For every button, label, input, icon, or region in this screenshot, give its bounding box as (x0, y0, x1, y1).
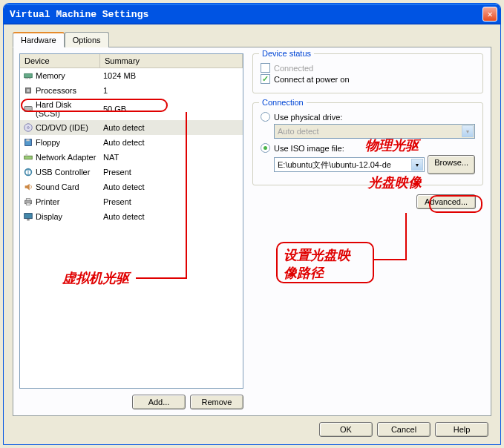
settings-window: Virtual Machine Settings ✕ Hardware Opti… (3, 3, 501, 445)
help-button[interactable]: Help (435, 422, 488, 437)
connect-poweron-row[interactable]: Connect at power on (261, 74, 475, 84)
cpu-icon (23, 85, 33, 96)
row-printer[interactable]: Printer Present (20, 194, 243, 209)
content-area: Hardware Options Device Summary Memory 1… (4, 24, 500, 444)
row-label: USB Controller (36, 168, 90, 177)
svg-rect-8 (24, 107, 33, 112)
svg-rect-14 (24, 156, 33, 159)
connect-poweron-label: Connect at power on (274, 75, 350, 84)
row-summary: Auto detect (100, 182, 243, 192)
svg-rect-13 (26, 139, 29, 142)
iso-path-dropdown[interactable]: E:\ubuntu文件\ubuntu-12.04-de ▾ (274, 157, 425, 172)
connected-checkbox (261, 63, 270, 73)
tab-hardware[interactable]: Hardware (13, 32, 65, 47)
device-status-group: Device status Connected Connect at power… (252, 53, 483, 93)
row-floppy[interactable]: Floppy Auto detect (20, 135, 243, 150)
row-label: Processors (36, 86, 76, 95)
connect-poweron-checkbox[interactable] (261, 74, 270, 84)
disk-icon (23, 104, 33, 114)
network-icon (23, 152, 33, 162)
svg-rect-15 (26, 154, 28, 157)
row-usb[interactable]: USB Controller Present (20, 165, 243, 179)
physical-drive-value: Auto detect (278, 127, 319, 136)
row-label: Sound Card (36, 182, 79, 191)
use-iso-radio[interactable] (261, 143, 270, 153)
svg-rect-18 (26, 199, 30, 201)
row-label: CD/DVD (IDE) (36, 123, 88, 132)
printer-icon (23, 197, 33, 207)
connection-legend: Connection (259, 98, 307, 107)
tab-options[interactable]: Options (65, 32, 109, 47)
row-cddvd[interactable]: CD/DVD (IDE) Auto detect (20, 120, 243, 135)
browse-button[interactable]: Browse... (428, 155, 475, 174)
ok-button[interactable]: OK (319, 422, 373, 437)
row-label: Floppy (36, 138, 60, 147)
row-summary: Present (100, 197, 243, 207)
row-memory[interactable]: Memory 1024 MB (20, 68, 243, 83)
memory-icon (23, 70, 33, 81)
col-header-summary[interactable]: Summary (100, 54, 243, 67)
titlebar: Virtual Machine Settings ✕ (4, 4, 500, 24)
svg-rect-7 (27, 89, 30, 92)
use-physical-label: Use physical drive: (274, 113, 342, 122)
row-display[interactable]: Display Auto detect (20, 209, 243, 224)
chevron-down-icon[interactable]: ▾ (411, 159, 423, 171)
right-pane: Device status Connected Connect at power… (249, 47, 491, 415)
close-button[interactable]: ✕ (482, 7, 497, 22)
svg-rect-5 (30, 78, 31, 79)
advanced-button[interactable]: Advanced... (416, 194, 476, 209)
row-summary: Auto detect (100, 137, 243, 148)
use-iso-label: Use ISO image file: (274, 144, 344, 153)
svg-rect-19 (26, 203, 30, 205)
row-summary: 1024 MB (100, 70, 243, 81)
advanced-row: Advanced... (252, 194, 483, 209)
row-summary: Auto detect (100, 122, 243, 133)
device-list: Device Summary Memory 1024 MB Processors… (19, 53, 243, 389)
connection-group: Connection Use physical drive: Auto dete… (252, 102, 483, 185)
device-status-legend: Device status (259, 49, 314, 58)
svg-rect-1 (25, 78, 26, 79)
svg-point-9 (30, 110, 31, 111)
row-processors[interactable]: Processors 1 (20, 83, 243, 98)
svg-point-11 (27, 127, 30, 129)
svg-rect-21 (27, 220, 30, 221)
svg-rect-4 (29, 78, 30, 79)
use-iso-row[interactable]: Use ISO image file: (261, 143, 475, 153)
use-physical-radio[interactable] (261, 112, 270, 122)
row-summary: 50 GB (100, 104, 243, 114)
row-label: Hard Disk (SCSI) (36, 100, 97, 118)
row-sound[interactable]: Sound Card Auto detect (20, 179, 243, 194)
use-physical-row[interactable]: Use physical drive: (261, 112, 475, 122)
device-list-body: Memory 1024 MB Processors 1 Hard Disk (S… (20, 68, 243, 224)
window-title: Virtual Machine Settings (10, 9, 482, 20)
left-pane: Device Summary Memory 1024 MB Processors… (13, 47, 249, 415)
sound-icon (23, 182, 33, 192)
display-icon (23, 211, 33, 222)
row-summary: NAT (100, 152, 243, 162)
row-summary: Present (100, 167, 243, 177)
physical-drive-dropdown: Auto detect ▾ (274, 124, 475, 139)
floppy-icon (23, 137, 33, 148)
iso-path-value: E:\ubuntu文件\ubuntu-12.04-de (278, 159, 391, 171)
connected-row: Connected (261, 63, 475, 73)
close-icon: ✕ (487, 9, 492, 20)
usb-icon (23, 167, 33, 177)
row-harddisk[interactable]: Hard Disk (SCSI) 50 GB (20, 98, 243, 120)
svg-rect-0 (24, 73, 33, 77)
remove-button[interactable]: Remove (190, 395, 243, 409)
col-header-device[interactable]: Device (20, 54, 100, 67)
row-summary: Auto detect (100, 211, 243, 222)
svg-rect-3 (27, 78, 28, 79)
bottom-button-row: OK Cancel Help (13, 422, 491, 437)
add-button[interactable]: Add... (132, 395, 186, 409)
device-list-header: Device Summary (20, 54, 243, 68)
row-network[interactable]: Network Adapter NAT (20, 150, 243, 165)
left-button-row: Add... Remove (19, 395, 243, 409)
tab-panel: Device Summary Memory 1024 MB Processors… (13, 47, 491, 416)
row-label: Display (36, 212, 62, 221)
svg-rect-2 (26, 78, 27, 79)
cancel-button[interactable]: Cancel (377, 422, 431, 437)
svg-rect-20 (24, 214, 33, 219)
row-label: Network Adapter (36, 153, 96, 162)
row-label: Memory (36, 71, 65, 80)
